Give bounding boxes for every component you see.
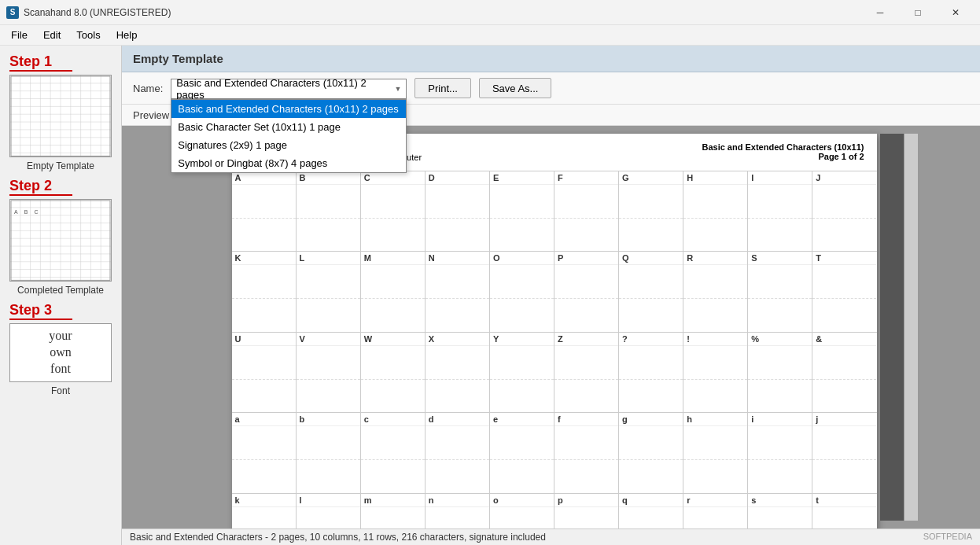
char-write-area	[232, 185, 296, 251]
char-write-area	[232, 265, 296, 331]
char-label: O	[490, 252, 554, 265]
dropdown-option-1[interactable]: Basic Character Set (10x11) 1 page	[171, 118, 406, 136]
char-write-area	[490, 507, 554, 528]
step-2-thumbnail[interactable]: A B C	[9, 199, 112, 282]
char-cell: %	[748, 333, 812, 412]
char-label: f	[554, 413, 618, 426]
char-cell: o	[490, 494, 554, 528]
step-3-thumbnail[interactable]: your own font	[9, 323, 112, 382]
char-cell: J	[812, 171, 876, 251]
char-label: h	[683, 413, 747, 426]
char-label: L	[297, 252, 360, 265]
close-button[interactable]: ✕	[938, 0, 974, 25]
char-cell: i	[748, 413, 812, 492]
char-cell: Z	[554, 333, 619, 412]
menu-edit[interactable]: Edit	[35, 27, 68, 43]
char-write-area	[619, 507, 683, 528]
char-label: k	[232, 494, 296, 507]
char-cell: O	[490, 252, 554, 331]
title-bar: S Scanahand 8.0 (UNREGISTERED) ─ □ ✕	[0, 0, 980, 25]
char-label: m	[361, 494, 425, 507]
preview-label: Preview	[133, 109, 169, 121]
char-write-area	[361, 346, 425, 412]
char-write-area	[297, 265, 360, 331]
char-cell: n	[426, 494, 490, 528]
char-cell: M	[361, 252, 426, 331]
char-label: I	[748, 171, 812, 185]
char-cell: D	[426, 171, 490, 251]
maximize-button[interactable]: □	[900, 0, 936, 25]
char-cell: a	[232, 413, 297, 492]
char-write-area	[683, 265, 747, 331]
step-2-label: Step 2	[6, 178, 52, 194]
char-label: U	[232, 333, 296, 346]
char-cell: V	[297, 333, 361, 412]
menu-help[interactable]: Help	[109, 27, 146, 43]
char-label: o	[490, 494, 554, 507]
page-container[interactable]: S Scanahand - www.high-logic.com Add a p…	[122, 126, 980, 528]
char-write-area	[490, 265, 554, 331]
char-write-area	[426, 346, 489, 412]
dropdown-option-0[interactable]: Basic and Extended Characters (10x11) 2 …	[171, 100, 406, 118]
print-button[interactable]: Print...	[414, 78, 471, 98]
char-label: &	[812, 333, 876, 346]
minimize-button[interactable]: ─	[862, 0, 898, 25]
header-page-num: Page 1 of 2	[702, 152, 864, 161]
char-cell: e	[490, 413, 554, 492]
softpedia-watermark: SOFTPEDIA	[923, 532, 972, 543]
status-text: Basic and Extended Characters - 2 pages,…	[130, 532, 546, 543]
char-grid-row: abcdefghij	[232, 413, 877, 493]
char-cell: E	[490, 171, 554, 251]
char-label: Q	[619, 252, 683, 265]
char-cell: T	[812, 252, 876, 331]
menu-tools[interactable]: Tools	[68, 27, 108, 43]
menu-file[interactable]: File	[3, 27, 35, 43]
char-cell: c	[361, 413, 426, 492]
svg-text:C: C	[35, 209, 39, 215]
step-1-thumbnail[interactable]	[9, 75, 112, 157]
char-write-area	[812, 346, 876, 412]
char-label: s	[748, 494, 812, 507]
dropdown-option-2[interactable]: Signatures (2x9) 1 page	[171, 136, 406, 154]
char-label: c	[361, 413, 425, 426]
char-label: S	[748, 252, 812, 265]
char-label: G	[619, 171, 683, 185]
template-dropdown[interactable]: Basic and Extended Characters (10x11) 2 …	[171, 79, 407, 99]
char-write-area	[232, 346, 296, 412]
save-as-button[interactable]: Save As...	[479, 78, 552, 98]
status-bar: Basic and Extended Characters - 2 pages,…	[122, 528, 980, 545]
char-cell: W	[361, 333, 426, 412]
char-write-area	[748, 507, 812, 528]
char-write-area	[683, 185, 747, 251]
step-1-name: Empty Template	[27, 160, 94, 171]
dropdown-arrow-icon: ▼	[394, 85, 401, 93]
char-label: a	[232, 413, 296, 426]
char-cell: B	[297, 171, 361, 251]
char-cell: b	[297, 413, 361, 492]
char-cell: X	[426, 333, 490, 412]
char-write-area	[748, 185, 812, 251]
svg-text:A: A	[14, 209, 18, 215]
char-cell: j	[812, 413, 876, 492]
char-label: R	[683, 252, 747, 265]
char-label: E	[490, 171, 554, 185]
char-write-area	[812, 185, 876, 251]
char-cell: ?	[619, 333, 683, 412]
dropdown-option-3[interactable]: Symbol or Dingbat (8x7) 4 pages	[171, 154, 406, 172]
char-write-area	[683, 346, 747, 412]
dropdown-options-list: Basic and Extended Characters (10x11) 2 …	[171, 99, 407, 173]
svg-text:B: B	[24, 209, 28, 215]
window-title: Scanahand 8.0 (UNREGISTERED)	[24, 7, 171, 18]
char-label: n	[426, 494, 489, 507]
char-cell: d	[426, 413, 490, 492]
char-cell: H	[683, 171, 748, 251]
char-cell: G	[619, 171, 683, 251]
char-cell: p	[554, 494, 619, 528]
char-cell: s	[748, 494, 812, 528]
template-page: S Scanahand - www.high-logic.com Add a p…	[232, 134, 877, 528]
char-cell: U	[232, 333, 297, 412]
char-cell: S	[748, 252, 812, 331]
step-3-section: Step 3 your own font Font	[6, 302, 115, 396]
char-write-area	[232, 507, 296, 528]
char-write-area	[619, 426, 683, 492]
